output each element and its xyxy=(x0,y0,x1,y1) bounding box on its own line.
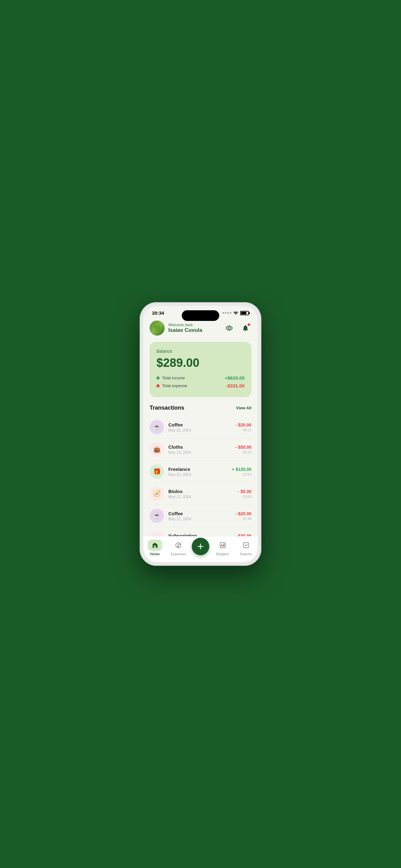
status-time: 20:34 xyxy=(152,310,164,316)
header: 🌿 Welcome back Isaias Cuvula xyxy=(149,320,252,336)
transaction-item[interactable]: 🧭 Biolos May 12, 2024 - $5.00 23:00 xyxy=(149,483,252,505)
transaction-details: Biolos May 12, 2024 xyxy=(168,489,233,499)
transaction-icon: 🧭 xyxy=(149,487,164,501)
home-label: Home xyxy=(150,552,160,556)
notification-dot xyxy=(248,323,250,326)
balance-amount: $289.00 xyxy=(157,356,244,370)
transaction-time: 21:46 xyxy=(235,517,252,521)
transaction-item[interactable]: ☕ Coffee May 25, 2024 - $20.00 04:11 xyxy=(149,416,252,438)
expense-row: Total expense -$331.00 xyxy=(157,383,244,389)
transaction-details: Coffee May 12, 2024 xyxy=(168,511,231,521)
reports-icon xyxy=(243,542,249,549)
avatar: 🌿 xyxy=(149,320,165,336)
income-value: +$620.00 xyxy=(225,375,244,380)
transaction-icon: ☕ xyxy=(149,509,164,523)
phone-screen: 20:34 xyxy=(143,306,258,562)
transaction-details: Cloths May 13, 2024 xyxy=(168,444,231,455)
balance-card: Balance $289.00 Total income +$620.00 To… xyxy=(149,342,252,397)
home-icon xyxy=(152,542,158,549)
nav-item-budgets[interactable]: Budgets xyxy=(213,539,233,556)
svg-rect-7 xyxy=(222,545,223,547)
nav-item-expenses[interactable]: Expenses xyxy=(168,539,188,556)
transaction-details: Freelance May 12, 2024 xyxy=(168,466,227,477)
transaction-time: 02:10 xyxy=(235,450,252,454)
transaction-icon: ☕ xyxy=(149,420,164,434)
nav-item-home[interactable]: Home xyxy=(145,539,165,556)
transaction-time: 23:23 xyxy=(232,472,252,476)
transaction-amount-block: - $50.00 02:10 xyxy=(235,445,252,454)
main-content: 🌿 Welcome back Isaias Cuvula xyxy=(143,318,258,536)
transaction-date: May 12, 2024 xyxy=(168,517,231,521)
transaction-name: Cloths xyxy=(168,444,231,450)
dynamic-island xyxy=(182,310,219,321)
view-all-button[interactable]: View All xyxy=(236,406,252,410)
transaction-date: May 12, 2024 xyxy=(168,472,227,477)
reports-icon-wrap xyxy=(239,539,253,551)
status-icons xyxy=(222,311,249,316)
transaction-item[interactable]: 👜 Cloths May 13, 2024 - $50.00 02:10 xyxy=(149,438,252,461)
svg-rect-6 xyxy=(221,544,222,547)
transaction-name: Coffee xyxy=(168,511,231,516)
budgets-label: Budgets xyxy=(216,552,229,556)
expenses-icon-wrap xyxy=(171,539,186,551)
add-button[interactable] xyxy=(192,538,209,555)
transaction-name: Subscription xyxy=(168,533,231,536)
transaction-name: Coffee xyxy=(168,422,231,428)
transaction-amount-block: - $20.00 04:11 xyxy=(235,423,252,432)
notification-button[interactable] xyxy=(239,322,252,334)
transaction-item[interactable]: 🎁 Freelance May 12, 2024 + $120.00 23:23 xyxy=(149,461,252,483)
user-info: 🌿 Welcome back Isaias Cuvula xyxy=(149,320,202,336)
transaction-icon: 👜 xyxy=(149,442,164,457)
transaction-amount-block: - $5.00 23:00 xyxy=(238,489,252,498)
expense-value: -$331.00 xyxy=(226,383,244,389)
income-row: Total income +$620.00 xyxy=(157,375,244,380)
transaction-amount-block: - $30.00 20:34 xyxy=(235,533,252,536)
transactions-title: Transactions xyxy=(149,405,184,411)
transaction-icon: 🎁 xyxy=(149,464,164,479)
transaction-name: Biolos xyxy=(168,489,233,494)
reports-label: Reports xyxy=(240,552,252,556)
transaction-amount: - $50.00 xyxy=(235,445,252,450)
expenses-label: Expenses xyxy=(171,552,186,556)
plus-icon xyxy=(196,542,205,551)
svg-rect-8 xyxy=(224,544,225,547)
transaction-item[interactable]: ▶ Subscription May 12, 2024 - $30.00 20:… xyxy=(149,527,252,536)
nav-item-reports[interactable]: Reports xyxy=(236,539,256,556)
transaction-name: Freelance xyxy=(168,466,227,472)
transaction-time: 23:00 xyxy=(238,495,252,498)
budgets-icon xyxy=(219,542,226,549)
income-label: Total income xyxy=(162,376,185,380)
svg-point-0 xyxy=(228,327,231,329)
transaction-amount: - $30.00 xyxy=(235,533,252,536)
phone-shell: 20:34 xyxy=(140,302,261,566)
expenses-icon xyxy=(175,542,182,549)
budgets-icon-wrap xyxy=(215,539,230,551)
user-text: Welcome back Isaias Cuvula xyxy=(168,323,202,333)
transaction-time: 04:11 xyxy=(235,428,252,432)
signal-icon xyxy=(222,312,231,314)
transaction-details: Subscription May 12, 2024 xyxy=(168,533,231,536)
expense-dot xyxy=(157,384,160,388)
expense-label: Total expense xyxy=(162,383,187,388)
transaction-amount: - $5.00 xyxy=(238,489,252,494)
welcome-text: Welcome back xyxy=(168,323,202,327)
income-dot xyxy=(157,376,160,380)
view-icon-button[interactable] xyxy=(223,322,235,334)
transaction-amount: + $120.00 xyxy=(232,467,252,472)
transaction-date: May 25, 2024 xyxy=(168,428,231,432)
bottom-nav: Home Expenses xyxy=(143,536,258,562)
transactions-header: Transactions View All xyxy=(149,405,252,411)
header-actions xyxy=(223,322,252,334)
battery-icon xyxy=(240,311,249,315)
home-icon-wrap xyxy=(148,539,162,551)
transaction-amount-block: + $120.00 23:23 xyxy=(232,467,252,476)
svg-rect-1 xyxy=(154,546,156,548)
transaction-amount: - $20.00 xyxy=(235,511,252,516)
transaction-date: May 12, 2024 xyxy=(168,495,233,499)
balance-label: Balance xyxy=(157,349,244,354)
transaction-item[interactable]: ☕ Coffee May 12, 2024 - $20.00 21:46 xyxy=(149,505,252,527)
transaction-details: Coffee May 25, 2024 xyxy=(168,422,231,432)
user-name: Isaias Cuvula xyxy=(168,327,202,333)
eye-icon xyxy=(226,324,233,332)
transaction-list: ☕ Coffee May 25, 2024 - $20.00 04:11 👜 C… xyxy=(149,416,252,536)
